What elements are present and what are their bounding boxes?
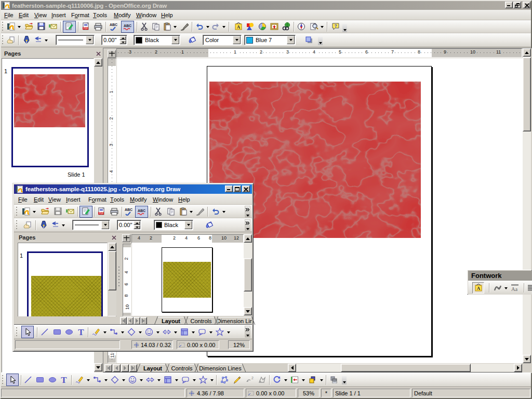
svg-text:Aa: Aa [511,286,518,292]
svg-text:A: A [237,24,241,30]
svg-text:T: T [61,376,67,384]
svg-text:T: T [78,328,84,336]
svg-text:ABC: ABC [125,208,132,211]
svg-text:PDF: PDF [84,27,88,30]
svg-text:ABC: ABC [138,209,145,212]
svg-text:2: 2 [251,376,254,380]
svg-text:PDF: PDF [99,212,104,215]
svg-text:ABC: ABC [124,24,131,28]
svg-text:?: ? [334,23,337,29]
svg-text:ABC: ABC [110,23,117,26]
svg-text:A: A [477,286,481,291]
